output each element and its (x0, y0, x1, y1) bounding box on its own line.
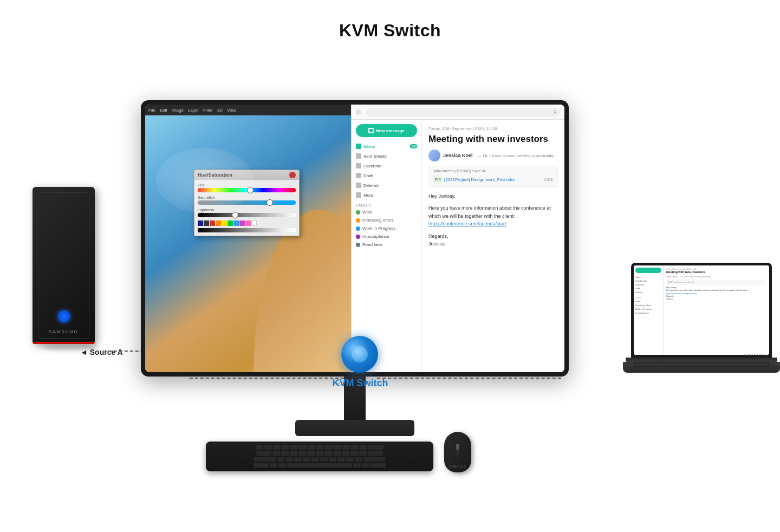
key (285, 457, 293, 462)
key (256, 445, 263, 450)
ps-menu-item-file[interactable]: File (148, 108, 155, 113)
keyboard-row-1 (209, 445, 430, 450)
laptop-key (742, 363, 748, 366)
key (298, 451, 306, 456)
laptop-mini-sidebar: Inbox Sent Emails Favourite Draft Delete… (634, 265, 664, 355)
saturation-thumb[interactable] (266, 199, 273, 206)
swatch-white[interactable] (251, 220, 257, 226)
deleted-icon (356, 183, 361, 188)
ps-menu-bar: File Edit Image Layer Filter 3D View (145, 105, 351, 115)
email-body-paragraph: Here you have more information about the… (428, 204, 558, 228)
key-shift-l (254, 457, 276, 462)
key (294, 457, 302, 462)
favourite-label: Favourite (363, 164, 381, 168)
laptop-key (722, 363, 727, 366)
dialog-close-button[interactable] (289, 172, 296, 178)
key (290, 451, 297, 456)
label-wip[interactable]: Work in Progress (352, 224, 421, 232)
saturation-slider-row: Saturation (198, 196, 296, 205)
pc-power-button[interactable] (58, 310, 70, 322)
ps-menu-item-edit[interactable]: Edit (160, 108, 167, 113)
nav-item-more[interactable]: More (352, 190, 421, 200)
swatch-purple[interactable] (239, 220, 245, 226)
ps-menu-item-filter[interactable]: Filter (203, 108, 213, 113)
email-link[interactable]: https://conference.com/agenda/start (428, 221, 506, 226)
monitor-screen: File Edit Image Layer Filter 3D View Hue… (145, 105, 564, 372)
laptop-key (668, 363, 674, 366)
label-work[interactable]: Work (352, 208, 421, 216)
laptop-mini-email-detail: Today, 16th September 2020, 11:28 Meetin… (664, 265, 769, 355)
sender-avatar (428, 150, 440, 161)
key (342, 445, 350, 450)
email-date: Today, 16th September 2020, 11:28 (428, 126, 558, 131)
swatch-darkgray[interactable] (204, 220, 209, 226)
connector-right-kvm (377, 378, 561, 379)
attachments-section: Attachments (5.51MB) Save all XLS [2021P… (428, 166, 558, 187)
mouse: SAMSUNG (444, 432, 477, 475)
email-sidebar: New message Inbox 14 Sent Emails (352, 120, 422, 372)
key (316, 445, 324, 450)
pc-tower: SAMSUNG (32, 187, 95, 344)
key (311, 457, 319, 462)
draft-label: Draft (363, 173, 373, 178)
swatch-darkblue[interactable] (198, 220, 203, 226)
nav-item-draft[interactable]: Draft (352, 171, 421, 180)
key (350, 451, 358, 456)
photoshop-pane: File Edit Image Layer Filter 3D View Hue… (145, 105, 351, 372)
swatch-yellow[interactable] (222, 220, 227, 226)
label-acceptance-text: In acceptance (362, 234, 389, 239)
swatch-blue[interactable] (233, 220, 239, 226)
swatch-orange[interactable] (216, 220, 221, 226)
kvm-switch-orb[interactable] (341, 336, 378, 373)
nav-item-sent[interactable]: Sent Emails (352, 151, 421, 161)
ps-menu-item-view[interactable]: View (227, 108, 236, 113)
email-sender-row: Jessica Koel — Hi, I have a new meeting … (428, 150, 558, 161)
key (355, 457, 362, 462)
laptop-key (735, 363, 741, 366)
label-wip-text: Work in Progress (362, 226, 395, 231)
key-backspace (368, 445, 384, 450)
email-search-bar[interactable]: ⚲ (366, 108, 560, 116)
label-promising[interactable]: Promising offers (352, 216, 421, 224)
laptop-key (648, 363, 654, 366)
laptop-mini-favourite: Favourite (634, 283, 663, 287)
label-read-later[interactable]: Read later (352, 241, 421, 249)
inbox-icon (356, 144, 361, 149)
key-space (287, 463, 352, 468)
saturation-slider-track (198, 200, 296, 205)
label-acceptance[interactable]: In acceptance (352, 232, 421, 241)
lightness-slider-track (198, 213, 296, 217)
ps-menu-item-3d[interactable]: 3D (217, 108, 223, 113)
key (308, 445, 315, 450)
nav-item-deleted[interactable]: Deleted (352, 180, 421, 190)
new-message-label: New message (376, 128, 405, 133)
key (316, 451, 323, 456)
hue-thumb[interactable] (247, 187, 253, 193)
key (329, 457, 336, 462)
laptop: Inbox Sent Emails Favourite Draft Delete… (623, 263, 780, 373)
laptop-key (661, 363, 667, 366)
more-label: More (363, 193, 373, 198)
lightness-label: Lightness (198, 208, 296, 212)
nav-item-favourite[interactable]: Favourite (352, 161, 421, 171)
email-regards: Regards, (428, 232, 558, 240)
swatch-red[interactable] (210, 220, 215, 226)
email-close-button[interactable] (356, 109, 361, 115)
nav-item-inbox[interactable]: Inbox 14 (352, 141, 421, 151)
email-body: New message Inbox 14 Sent Emails (352, 120, 564, 372)
laptop-keyboard (634, 362, 769, 367)
email-subject: Meeting with new investors (428, 133, 558, 145)
new-message-button[interactable]: New message (356, 124, 417, 137)
gradient-bar (198, 228, 296, 232)
swatch-pink[interactable] (245, 220, 251, 226)
attachment-file-row[interactable]: XLS [2021Project] Design work_Final.xlsx… (433, 175, 553, 184)
swatch-green[interactable] (227, 220, 233, 226)
laptop-key (762, 363, 768, 366)
saturation-label: Saturation (198, 196, 296, 199)
ps-menu-item-layer[interactable]: Layer (188, 108, 199, 113)
ps-menu-item-image[interactable]: Image (172, 108, 184, 113)
compose-icon (368, 128, 374, 133)
lightness-thumb[interactable] (232, 212, 238, 218)
pc-brand-label: SAMSUNG (49, 329, 78, 334)
laptop-email-sender: Jessica Koel — Hi, I have a new meeting … (666, 276, 766, 278)
